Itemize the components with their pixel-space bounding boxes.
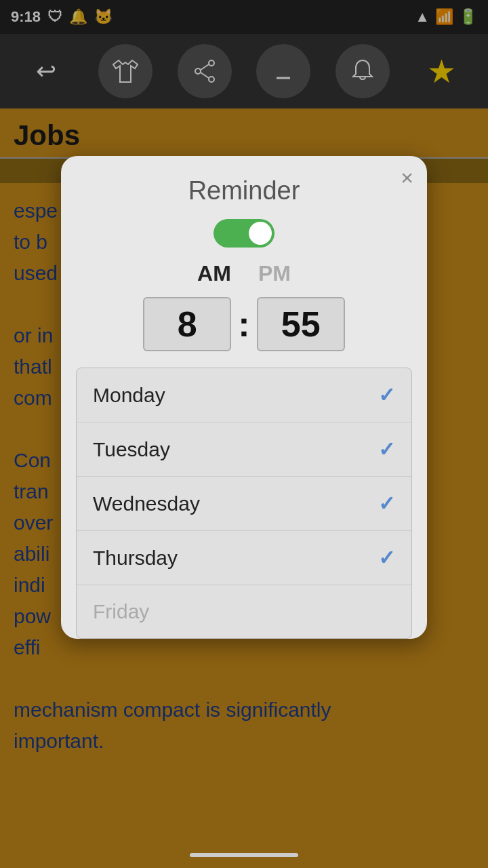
day-wednesday-check: ✓ xyxy=(378,492,395,515)
reminder-modal: × Reminder AM PM 8 : 55 Monday ✓ xyxy=(61,156,427,639)
toggle-container xyxy=(81,219,407,248)
reminder-toggle[interactable] xyxy=(214,219,274,248)
toggle-thumb xyxy=(249,222,272,245)
days-list: Monday ✓ Tuesday ✓ Wednesday ✓ Thursday … xyxy=(76,368,412,639)
day-row-monday[interactable]: Monday ✓ xyxy=(77,368,411,422)
day-monday-check: ✓ xyxy=(378,383,395,407)
day-row-tuesday[interactable]: Tuesday ✓ xyxy=(77,422,411,477)
modal-overlay: × Reminder AM PM 8 : 55 Monday ✓ xyxy=(0,0,488,868)
time-colon: : xyxy=(238,304,249,344)
day-tuesday-check: ✓ xyxy=(378,437,395,461)
pm-label[interactable]: PM xyxy=(258,261,291,286)
day-thursday-check: ✓ xyxy=(378,546,395,570)
modal-close-button[interactable]: × xyxy=(401,167,413,189)
day-monday-label: Monday xyxy=(93,384,165,407)
am-label[interactable]: AM xyxy=(197,261,231,286)
gesture-bar xyxy=(190,853,298,857)
modal-title: Reminder xyxy=(81,176,407,205)
minutes-input[interactable]: 55 xyxy=(257,297,345,351)
day-tuesday-label: Tuesday xyxy=(93,438,170,461)
day-friday-label: Friday xyxy=(93,600,149,623)
hours-input[interactable]: 8 xyxy=(143,297,231,351)
day-thursday-label: Thursday xyxy=(93,547,178,570)
ampm-selector: AM PM xyxy=(81,261,407,286)
time-picker: 8 : 55 xyxy=(81,297,407,351)
day-wednesday-label: Wednesday xyxy=(93,492,200,515)
day-row-thursday[interactable]: Thursday ✓ xyxy=(77,531,411,585)
day-row-friday[interactable]: Friday xyxy=(77,585,411,638)
day-row-wednesday[interactable]: Wednesday ✓ xyxy=(77,477,411,531)
